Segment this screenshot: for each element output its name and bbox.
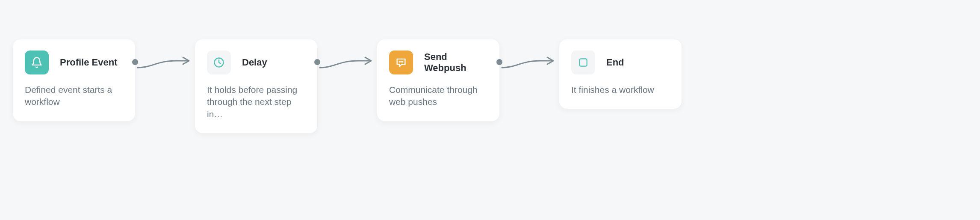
connector-out-dot[interactable] [132,59,138,65]
node-title: Delay [242,57,267,68]
node-delay[interactable]: Delay It holds before passing through th… [195,39,317,133]
node-header: Profile Event [25,51,123,74]
workflow-canvas: Profile Event Defined event starts a wor… [0,0,980,220]
node-description: Defined event starts a workflow [25,84,123,108]
workflow-flow: Profile Event Defined event starts a wor… [13,39,682,133]
svg-rect-4 [579,59,587,66]
node-end[interactable]: End It finishes a workflow [559,39,682,109]
node-header: End [571,51,670,74]
svg-point-1 [399,62,400,62]
node-send-webpush[interactable]: Send Webpush Communicate through web pus… [377,39,499,121]
node-description: Communicate through web pushes [389,84,487,108]
connector-out-dot[interactable] [314,59,320,65]
node-title: Profile Event [60,57,117,68]
svg-point-2 [401,62,401,62]
node-header: Send Webpush [389,51,487,74]
svg-point-3 [402,62,403,62]
node-title: Send Webpush [424,51,487,74]
connector-arrow [317,39,377,73]
node-header: Delay [207,51,305,74]
node-profile-event[interactable]: Profile Event Defined event starts a wor… [13,39,135,121]
connector-out-dot[interactable] [496,59,502,65]
node-description: It holds before passing through the next… [207,84,305,120]
connector-arrow [499,39,559,73]
node-description: It finishes a workflow [571,84,670,96]
square-icon [571,51,595,74]
chat-icon [389,51,413,74]
node-title: End [606,57,624,68]
bell-icon [25,51,49,74]
clock-icon [207,51,231,74]
connector-arrow [135,39,195,73]
